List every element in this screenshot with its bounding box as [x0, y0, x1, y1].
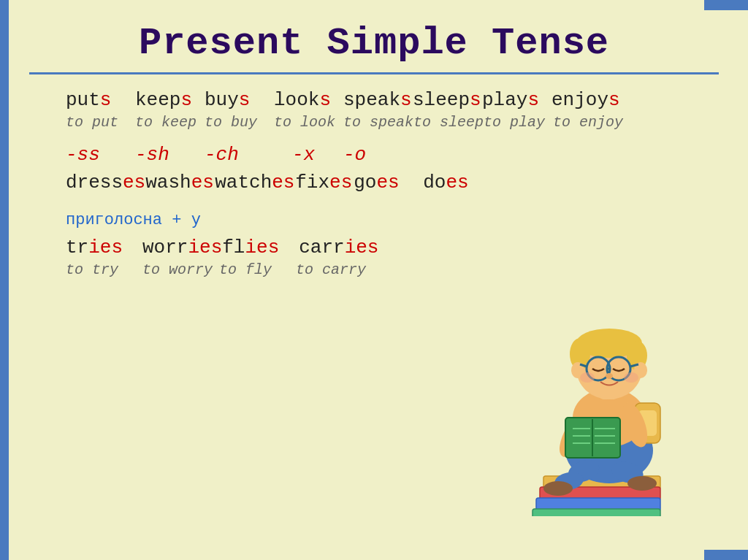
suffix-ch: -ch	[205, 144, 292, 166]
word-fixes: fixes	[295, 172, 354, 193]
inf-to-try: to try	[66, 261, 142, 278]
suffix-words-row: dresses washes watches fixes goes does	[66, 172, 719, 193]
ies-infinitives-row: to try to worry to fly to carry	[66, 261, 719, 278]
page: Present Simple Tense puts keeps buys loo…	[0, 0, 748, 560]
top-right-bar	[704, 0, 748, 10]
ies-words-row: tries worries flies carries	[66, 237, 719, 258]
word-speaks: speaks	[343, 89, 413, 111]
inf-to-look: to look	[274, 114, 343, 131]
title-divider	[29, 72, 719, 74]
regular-infinitives-row: to put to keep to buy to look to speak t…	[66, 114, 719, 131]
consonant-label: приголосна + у	[66, 211, 719, 229]
word-carries: carries	[299, 237, 378, 258]
cartoon-image	[500, 290, 704, 516]
suffix-labels-row: -ss -sh -ch -x -o	[66, 144, 719, 166]
svg-point-10	[627, 476, 657, 491]
inf-to-fly: to fly	[219, 261, 296, 278]
inf-to-play: to play	[484, 114, 553, 131]
svg-rect-3	[533, 509, 660, 516]
word-keeps: keeps	[135, 89, 205, 111]
word-puts: puts	[66, 89, 135, 111]
inf-to-speak: to speak	[343, 114, 413, 131]
word-enjoys: enjoys	[552, 89, 621, 111]
inf-to-worry: to worry	[142, 261, 219, 278]
inf-to-sleep: to sleep	[413, 114, 484, 131]
inf-to-enjoy: to enjoy	[553, 114, 623, 131]
word-buys: buys	[205, 89, 274, 111]
word-goes: goes	[354, 172, 423, 193]
inf-to-put: to put	[66, 114, 135, 131]
word-watches: watches	[215, 172, 295, 193]
word-worries: worries	[142, 237, 222, 258]
svg-point-8	[543, 481, 573, 496]
bottom-right-bar	[704, 550, 748, 560]
inf-to-keep: to keep	[135, 114, 205, 131]
suffix-sh: -sh	[135, 144, 205, 166]
regular-words-row: puts keeps buys looks speaks sleeps play…	[66, 89, 719, 111]
word-plays: plays	[482, 89, 552, 111]
suffix-ss: -ss	[66, 144, 135, 166]
word-does: does	[423, 172, 492, 193]
inf-to-buy: to buy	[205, 114, 274, 131]
word-washes: washes	[145, 172, 215, 193]
left-border-bar	[0, 0, 9, 560]
suffix-x: -x	[292, 144, 343, 166]
consonant-section: приголосна + у tries worries flies carri…	[29, 211, 719, 278]
inf-to-carry: to carry	[296, 261, 373, 278]
svg-point-37	[624, 372, 638, 383]
word-flies: flies	[222, 237, 299, 258]
page-title: Present Simple Tense	[29, 22, 719, 65]
svg-point-36	[580, 372, 595, 383]
word-looks: looks	[274, 89, 343, 111]
word-sleeps: sleeps	[413, 89, 482, 111]
svg-point-35	[606, 373, 613, 379]
suffix-o: -o	[343, 144, 413, 166]
word-dresses: dresses	[66, 172, 145, 193]
regular-verbs-section: puts keeps buys looks speaks sleeps play…	[29, 89, 719, 131]
suffix-section: -ss -sh -ch -x -o dresses washes watches…	[29, 144, 719, 193]
word-tries: tries	[66, 237, 142, 258]
